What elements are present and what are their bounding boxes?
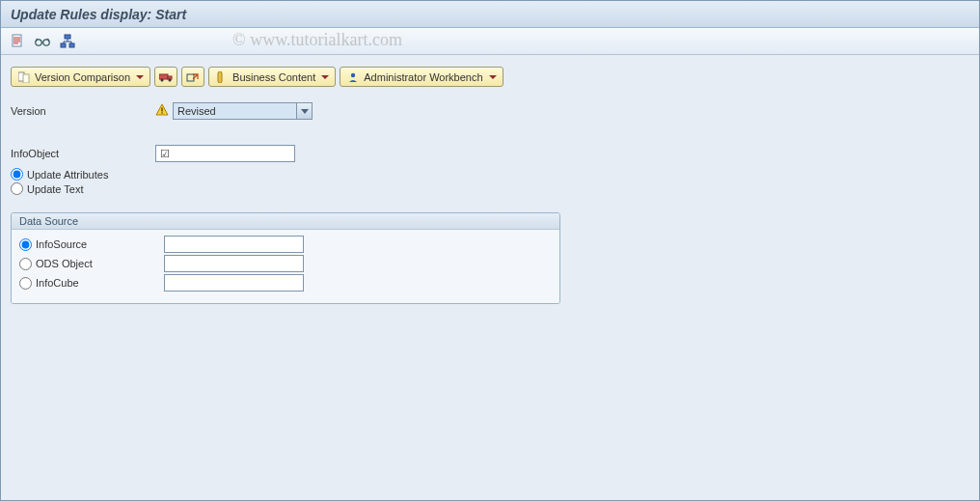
label-text: Version [11,105,46,117]
radio-label: Update Text [27,183,84,195]
svg-rect-15 [161,108,162,112]
infosource-row: InfoSource [19,236,552,253]
svg-rect-12 [187,74,194,81]
version-value[interactable] [173,102,313,120]
radio-input[interactable] [19,277,32,290]
radio-input[interactable] [11,182,23,195]
svg-point-10 [161,78,164,81]
svg-point-14 [351,72,355,76]
radio-input[interactable] [19,258,32,270]
radio-label: ODS Object [36,258,93,269]
data-source-group: Data Source InfoSource ODS Object [11,212,560,304]
transport-button[interactable] [154,67,177,87]
watermark: © www.tutorialkart.com [232,30,402,50]
business-content-button[interactable]: Business Content [208,67,336,87]
info-icon [215,70,229,84]
svg-rect-0 [13,35,21,46]
version-label: Version [11,105,155,117]
group-title: Data Source [12,213,559,230]
radio-input[interactable] [11,168,23,181]
button-toolbar: Version Comparison Business Content Admi… [11,67,969,87]
button-label: Administrator Workbench [364,71,482,83]
svg-rect-3 [65,35,70,39]
admin-icon [346,70,360,84]
admin-workbench-button[interactable]: Administrator Workbench [340,67,503,87]
chevron-down-icon [136,75,144,79]
version-row: Version [11,102,969,120]
export-button[interactable] [181,67,204,87]
chevron-down-icon [301,109,309,114]
update-text-radio[interactable]: Update Text [11,182,969,195]
content-area: Version Comparison Business Content Admi… [1,55,979,316]
infoobject-row: InfoObject ☑ [11,145,969,162]
ods-radio[interactable]: ODS Object [19,258,164,270]
document-icon[interactable] [9,33,26,50]
infosource-input[interactable] [164,236,304,253]
infosource-radio[interactable]: InfoSource [19,238,164,251]
svg-point-11 [169,78,172,81]
radio-label: InfoCube [36,277,79,289]
svg-rect-13 [218,71,222,83]
ods-input[interactable] [164,255,304,272]
dropdown-button[interactable] [296,103,312,119]
icon-toolbar: © www.tutorialkart.com [1,28,979,55]
version-comparison-button[interactable]: Version Comparison [11,67,150,87]
hierarchy-icon[interactable] [59,33,76,50]
update-attributes-radio[interactable]: Update Attributes [11,168,969,181]
svg-rect-7 [23,74,29,83]
svg-rect-5 [69,43,74,47]
svg-rect-16 [161,112,162,113]
svg-rect-4 [61,43,66,47]
radio-label: InfoSource [36,238,87,250]
warning-icon [155,103,169,119]
glasses-icon[interactable] [34,33,51,50]
doc-compare-icon [17,70,31,84]
version-select[interactable] [173,102,313,120]
radio-input[interactable] [19,238,32,251]
button-label: Business Content [232,71,315,83]
button-label: Version Comparison [35,71,130,83]
chevron-down-icon [321,75,329,79]
truck-icon [159,70,173,84]
infoobject-input[interactable] [155,145,295,162]
titlebar: Update Rules display: Start [1,1,979,28]
infocube-input[interactable] [164,274,304,292]
arrow-out-icon [186,70,200,84]
infocube-row: InfoCube [19,274,552,292]
radio-label: Update Attributes [27,169,108,181]
infoobject-label: InfoObject [11,148,155,159]
chevron-down-icon [489,75,497,79]
svg-rect-8 [159,74,168,79]
page-title: Update Rules display: Start [11,7,186,22]
infocube-radio[interactable]: InfoCube [19,277,164,290]
infoobject-field[interactable] [155,145,295,162]
ods-row: ODS Object [19,255,552,272]
